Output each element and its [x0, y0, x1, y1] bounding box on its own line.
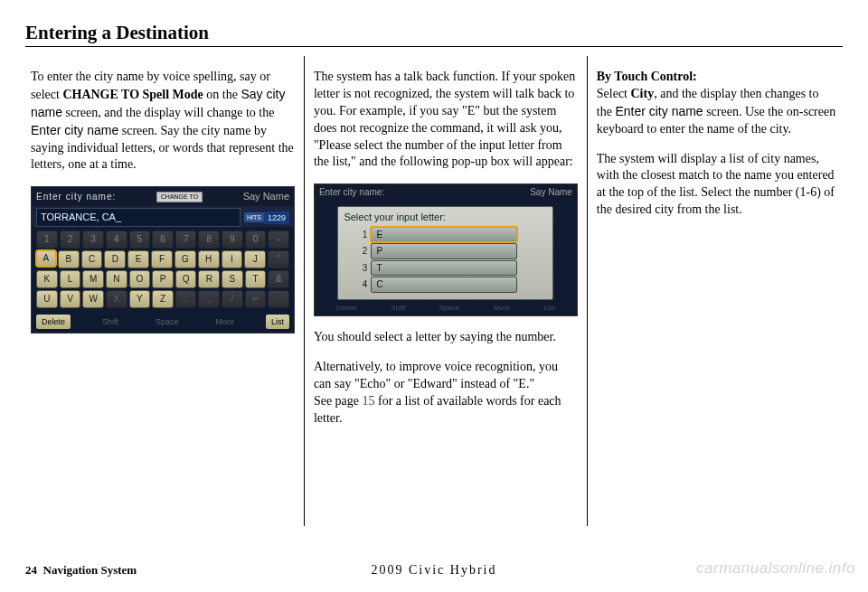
popup-row-num: 2 [360, 245, 367, 258]
c1-text: screen, and the display will change to t… [62, 106, 274, 119]
key: F [151, 250, 173, 268]
key: & [268, 270, 289, 288]
key: E [127, 250, 149, 268]
popup-bot-item: Space [439, 304, 460, 314]
key: T [245, 270, 267, 288]
key: L [60, 270, 81, 288]
key: S [222, 270, 243, 288]
key: 4 [106, 230, 127, 249]
key: P [152, 270, 174, 288]
c2-p4a: See page [314, 394, 363, 408]
key: C [81, 250, 103, 268]
key: O [129, 270, 151, 288]
key: , [198, 290, 220, 308]
popup-bot-item: More [494, 304, 510, 314]
key: - [268, 230, 289, 249]
key: I [222, 250, 243, 268]
key: V [60, 290, 81, 308]
hits-label: HITS [244, 212, 264, 222]
kbd-header-label: Enter city name: [36, 191, 116, 203]
popup-bottom: Delete Shift Space More List [315, 304, 577, 314]
key: J [244, 250, 266, 268]
key: 0 [245, 230, 267, 249]
c3-bold: City [631, 87, 655, 100]
kbd-bottom: Delete Shift Space More List [32, 313, 294, 333]
c3-subhead: By Touch Control: [597, 70, 697, 83]
popup-label: Select your input letter: [344, 211, 547, 224]
key: 8 [198, 230, 220, 249]
delete-button: Delete [36, 315, 71, 329]
key: Y [129, 290, 151, 308]
pop-header-label: Enter city name: [319, 186, 384, 199]
change-to-badge: CHANGE TO [156, 192, 203, 202]
c2-p3: Alternatively, to improve voice recognit… [314, 359, 578, 393]
key-highlight: A [36, 250, 56, 267]
popup-row-val: E [371, 227, 517, 243]
kbd-input-text: TORRANCE, CA_ [36, 208, 241, 227]
popup-row: 3 T [360, 260, 547, 277]
key: W [82, 290, 104, 308]
popup-row-num: 1 [360, 229, 367, 241]
key: B [58, 250, 80, 268]
c1-text: on the [203, 88, 241, 101]
key: 7 [175, 230, 197, 249]
key: Z [152, 290, 174, 308]
column-1: To enter the city name by voice spelling… [25, 56, 300, 526]
key: 3 [82, 230, 104, 249]
page-link: 15 [363, 394, 375, 408]
kbd-row-1: 1 2 3 4 5 6 7 8 9 0 - [36, 230, 289, 249]
key: X [106, 290, 127, 308]
key: 6 [152, 230, 174, 249]
key: 2 [60, 230, 81, 249]
kbd-row-3: K L M N O P Q R S T & [36, 270, 289, 288]
page-title: Entering a Destination [25, 22, 843, 44]
col1-paragraph: To enter the city name by voice spelling… [31, 69, 295, 174]
popup-bot-item: Shift [391, 304, 405, 314]
more-button: More [210, 315, 240, 329]
popup-row: 1 E [360, 227, 547, 243]
popup-box: Select your input letter: 1 E 2 P 3 T 4 [337, 206, 553, 300]
shift-button: Shift [97, 315, 124, 329]
key: G [175, 250, 196, 268]
list-button: List [266, 315, 289, 329]
kbd-row-2: A B C D E F G H I J ' [36, 250, 289, 268]
kbd-row-4: U V W X Y Z . , / ↵ [36, 290, 289, 308]
key: / [222, 290, 243, 308]
c3-p2: The system will display a list of city n… [597, 151, 837, 220]
column-3: By Touch Control: Select City, and the d… [591, 56, 843, 526]
key: R [198, 270, 220, 288]
key: 5 [129, 230, 151, 249]
column-separator [587, 56, 588, 526]
key: . [175, 290, 197, 308]
popup-row-num: 3 [360, 262, 367, 275]
c2-p4: See page 15 for a list of available word… [314, 393, 578, 428]
kbd-header: Enter city name: CHANGE TO Say Name [32, 187, 294, 206]
popup-row-num: 4 [360, 278, 367, 291]
column-2: The system has a talk back function. If … [308, 56, 583, 526]
title-rule [25, 46, 843, 47]
popup-row-val: C [371, 277, 517, 293]
pop-sayname: Say Name [530, 186, 572, 199]
key: U [36, 290, 58, 308]
key: N [106, 270, 127, 288]
c3-sans: Enter city name [615, 104, 703, 118]
hits-value: 1229 [264, 211, 289, 224]
popup-row: 4 C [360, 277, 547, 293]
key: 1 [36, 230, 58, 249]
c3-text: Select [597, 87, 631, 100]
content-columns: To enter the city name by voice spelling… [25, 56, 843, 526]
pop-header: Enter city name: Say Name [315, 184, 577, 201]
popup-bot-item: List [544, 304, 555, 314]
c1-sans: Enter city name [31, 123, 118, 137]
key: K [36, 270, 58, 288]
popup-row: 2 P [360, 243, 547, 259]
popup-row-val: P [371, 243, 517, 259]
keyboard-screenshot: Enter city name: CHANGE TO Say Name TORR… [31, 186, 295, 334]
key: D [104, 250, 126, 268]
watermark: carmanualsonline.info [696, 559, 855, 578]
column-separator [304, 56, 305, 526]
key: H [198, 250, 220, 268]
key: ' [268, 250, 289, 268]
key: Q [175, 270, 197, 288]
c3-p1: By Touch Control: Select City, and the d… [597, 69, 837, 138]
